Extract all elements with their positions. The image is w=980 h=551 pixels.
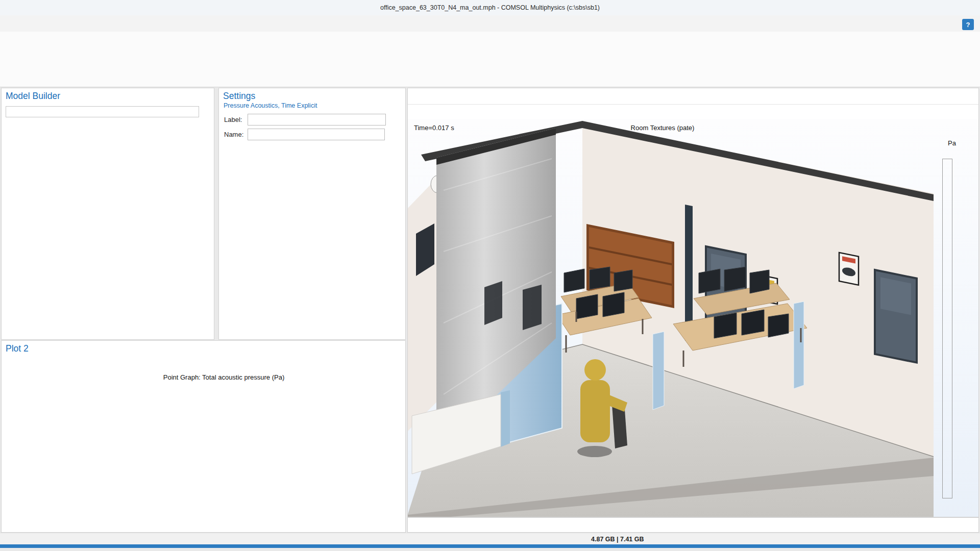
graphics-panel: Time=0.017 s Room Textures (pate) Pa (407, 88, 979, 517)
window-title: office_space_63_30T0_N4_ma_out.mph - COM… (380, 4, 600, 11)
label-field[interactable] (248, 114, 386, 126)
settings-title: Settings (223, 91, 255, 102)
graphics-toolbar (408, 105, 978, 109)
model-builder-panel: Model Builder (1, 88, 214, 340)
name-field[interactable] (248, 129, 385, 140)
plot-2-toolbar (2, 354, 405, 357)
name-field-label: Name: (224, 131, 248, 138)
bottom-tab-bar (407, 517, 979, 533)
model-builder-toolbar (2, 102, 214, 106)
corner-panel (685, 205, 693, 341)
label-field-label: Label: (224, 116, 248, 123)
chart-title: Point Graph: Total acoustic pressure (Pa… (45, 373, 403, 381)
plot-2-title: Plot 2 (6, 343, 29, 354)
graphics-canvas[interactable]: Time=0.017 s Room Textures (pate) Pa (408, 119, 978, 517)
memory-usage: 4.87 GB | 7.41 GB (591, 536, 644, 543)
refresh-icon[interactable] (202, 108, 210, 116)
titlebar: office_space_63_30T0_N4_ma_out.mph - COM… (0, 0, 980, 15)
status-accent-line (0, 544, 980, 548)
filter-input[interactable] (6, 106, 199, 117)
point-graph-chart[interactable] (2, 386, 406, 533)
model-builder-title: Model Builder (6, 91, 60, 102)
plot-2-panel: Plot 2 Point Graph: Total acoustic press… (1, 340, 406, 533)
ribbon (0, 32, 980, 87)
graphics-tab-bar (408, 88, 978, 105)
comsol-logo-button[interactable] (387, 372, 396, 381)
colorbar (942, 159, 952, 498)
room-render[interactable] (408, 119, 934, 517)
rename-icon[interactable] (389, 114, 400, 126)
ribbon-tab-bar (0, 15, 980, 32)
colorbar-unit: Pa (948, 139, 956, 147)
settings-subtitle: Pressure Acoustics, Time Explicit (219, 102, 405, 112)
status-bar: 4.87 GB | 7.41 GB (0, 533, 980, 548)
axis-triad (422, 464, 458, 496)
settings-panel: Settings Pressure Acoustics, Time Explic… (218, 88, 406, 340)
door-2 (875, 270, 917, 363)
poster-2 (839, 253, 859, 285)
comsol-window: office_space_63_30T0_N4_ma_out.mph - COM… (0, 0, 980, 551)
help-button[interactable]: ? (962, 19, 974, 30)
